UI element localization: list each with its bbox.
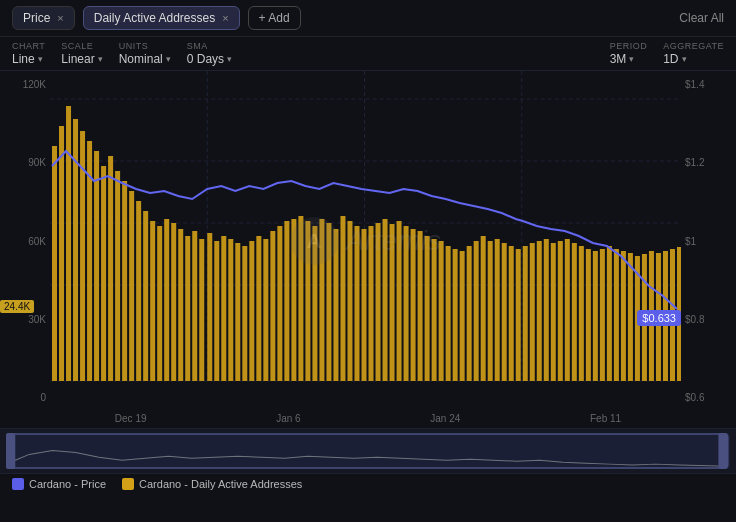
- svg-rect-20: [136, 201, 141, 381]
- legend-daa-color: [122, 478, 134, 490]
- period-label: PERIOD: [610, 41, 648, 51]
- svg-rect-17: [115, 171, 120, 381]
- svg-rect-40: [277, 226, 282, 381]
- scale-dropdown[interactable]: Linear ▾: [61, 52, 102, 66]
- clear-all-button[interactable]: Clear All: [679, 11, 724, 25]
- y-left-30k: 30K: [4, 314, 46, 325]
- units-label: UNITS: [119, 41, 171, 51]
- daa-tab-close[interactable]: ×: [222, 12, 228, 24]
- svg-rect-84: [586, 249, 591, 381]
- svg-rect-57: [397, 221, 402, 381]
- y-right-0.6: $0.6: [685, 392, 732, 403]
- price-tab[interactable]: Price ×: [12, 6, 75, 30]
- sma-dropdown[interactable]: 0 Days ▾: [187, 52, 232, 66]
- mini-chart-svg: [6, 433, 730, 469]
- svg-rect-30: [207, 233, 212, 381]
- svg-rect-29: [199, 239, 204, 381]
- svg-rect-87: [607, 246, 612, 381]
- svg-rect-21: [143, 211, 148, 381]
- svg-rect-39: [270, 231, 275, 381]
- svg-rect-86: [600, 249, 605, 381]
- svg-rect-42: [291, 219, 296, 381]
- sma-label: SMA: [187, 41, 232, 51]
- aggregate-control[interactable]: AGGREGATE 1D ▾: [663, 41, 724, 66]
- svg-rect-9: [59, 126, 64, 381]
- daa-tab[interactable]: Daily Active Addresses ×: [83, 6, 240, 30]
- svg-rect-32: [221, 236, 226, 381]
- svg-rect-47: [326, 223, 331, 381]
- legend-daa-label: Cardano - Daily Active Addresses: [139, 478, 302, 490]
- svg-rect-71: [495, 239, 500, 381]
- svg-rect-77: [537, 241, 542, 381]
- svg-rect-52: [361, 229, 366, 381]
- svg-rect-62: [432, 239, 437, 381]
- svg-rect-26: [178, 229, 183, 381]
- mini-inner: [6, 433, 730, 469]
- svg-rect-35: [242, 246, 247, 381]
- y-left-0: 0: [4, 392, 46, 403]
- y-left-90k: 90K: [4, 157, 46, 168]
- svg-rect-46: [319, 219, 324, 381]
- svg-rect-85: [593, 251, 598, 381]
- top-bar: Price × Daily Active Addresses × + Add C…: [0, 0, 736, 37]
- legend: Cardano - Price Cardano - Daily Active A…: [0, 473, 736, 494]
- y-right-1.2: $1.2: [685, 157, 732, 168]
- mini-navigator[interactable]: [0, 428, 736, 473]
- chart-dropdown[interactable]: Line ▾: [12, 52, 45, 66]
- svg-rect-79: [551, 243, 556, 381]
- y-left-60k: 60K: [4, 236, 46, 247]
- svg-rect-38: [263, 239, 268, 381]
- svg-rect-75: [523, 246, 528, 381]
- legend-price: Cardano - Price: [12, 478, 106, 490]
- scale-control[interactable]: SCALE Linear ▾: [61, 41, 102, 66]
- svg-rect-63: [439, 241, 444, 381]
- units-dropdown[interactable]: Nominal ▾: [119, 52, 171, 66]
- svg-rect-98: [6, 433, 730, 469]
- svg-rect-51: [354, 226, 359, 381]
- add-button[interactable]: + Add: [248, 6, 301, 30]
- svg-rect-45: [312, 226, 317, 381]
- main-chart-svg: [50, 71, 681, 411]
- svg-rect-55: [383, 219, 388, 381]
- price-tab-close[interactable]: ×: [57, 12, 63, 24]
- svg-rect-36: [249, 241, 254, 381]
- scale-chevron-icon: ▾: [98, 54, 103, 64]
- svg-rect-89: [621, 251, 626, 381]
- svg-rect-14: [94, 151, 99, 381]
- period-dropdown[interactable]: 3M ▾: [610, 52, 648, 66]
- svg-rect-82: [572, 243, 577, 381]
- svg-rect-44: [305, 221, 310, 381]
- legend-price-label: Cardano - Price: [29, 478, 106, 490]
- svg-rect-19: [129, 191, 134, 381]
- svg-rect-8: [52, 146, 57, 381]
- svg-rect-76: [530, 243, 535, 381]
- svg-rect-64: [446, 246, 451, 381]
- svg-rect-10: [66, 106, 71, 381]
- svg-rect-34: [235, 243, 240, 381]
- svg-rect-18: [122, 181, 127, 381]
- units-control[interactable]: UNITS Nominal ▾: [119, 41, 171, 66]
- x-label-jan6: Jan 6: [276, 413, 300, 424]
- svg-rect-88: [614, 249, 619, 381]
- aggregate-dropdown[interactable]: 1D ▾: [663, 52, 724, 66]
- svg-rect-100: [6, 433, 15, 469]
- svg-rect-61: [425, 236, 430, 381]
- svg-rect-15: [101, 166, 106, 381]
- svg-rect-67: [467, 246, 472, 381]
- chart-control[interactable]: CHART Line ▾: [12, 41, 45, 66]
- svg-rect-58: [404, 226, 409, 381]
- svg-rect-59: [411, 229, 416, 381]
- legend-price-color: [12, 478, 24, 490]
- svg-rect-70: [488, 241, 493, 381]
- svg-rect-31: [214, 241, 219, 381]
- svg-rect-16: [108, 156, 113, 381]
- sma-control[interactable]: SMA 0 Days ▾: [187, 41, 232, 66]
- svg-rect-60: [418, 231, 423, 381]
- svg-rect-48: [333, 229, 338, 381]
- chart-chevron-icon: ▾: [38, 54, 43, 64]
- chart-inner: A Artemis: [50, 71, 681, 411]
- aggregate-chevron-icon: ▾: [682, 54, 687, 64]
- period-chevron-icon: ▾: [629, 54, 634, 64]
- period-control[interactable]: PERIOD 3M ▾: [610, 41, 648, 66]
- svg-rect-65: [453, 249, 458, 381]
